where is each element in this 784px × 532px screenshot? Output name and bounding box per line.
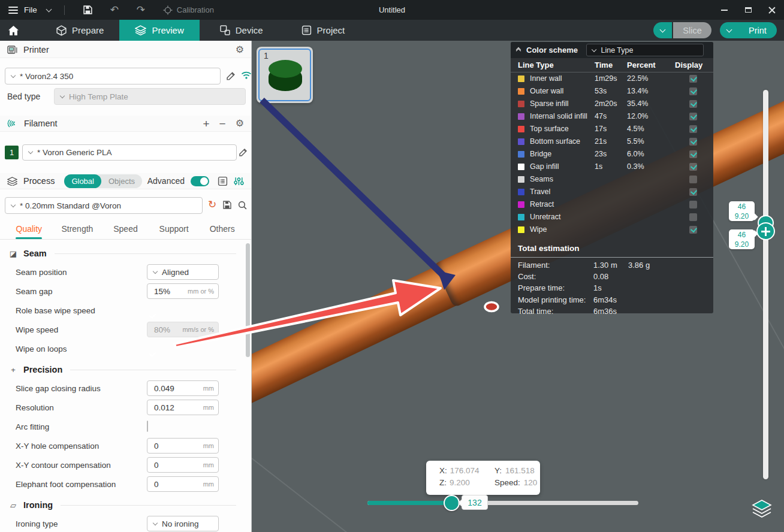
save-preset-icon[interactable] bbox=[222, 200, 232, 210]
slice-button[interactable]: Slice bbox=[673, 22, 711, 38]
param-label: Slice gap closing radius bbox=[16, 384, 101, 393]
display-checkbox[interactable] bbox=[689, 75, 697, 83]
move-slider-thumb[interactable] bbox=[444, 495, 460, 511]
scope-objects-button[interactable]: Objects bbox=[101, 174, 142, 188]
line-type-name: Bridge bbox=[530, 150, 551, 158]
layers-view-button[interactable] bbox=[750, 499, 773, 519]
param-row: Wipe speed80%mm/s or % bbox=[0, 320, 245, 339]
param-input[interactable]: 0mm bbox=[147, 438, 219, 454]
tab-speed[interactable]: Speed bbox=[101, 224, 150, 239]
color-swatch bbox=[518, 176, 524, 183]
add-filament-button[interactable]: + bbox=[203, 118, 209, 129]
display-checkbox[interactable] bbox=[689, 226, 697, 234]
preview-viewport[interactable]: 1 Color scheme Line Type Line Type Time … bbox=[252, 41, 784, 532]
printer-edit-button[interactable] bbox=[226, 71, 236, 81]
tune-parameters-icon[interactable] bbox=[234, 176, 244, 186]
group-header: ▱Ironing bbox=[0, 496, 245, 514]
calibration-button[interactable]: Calibration bbox=[163, 5, 214, 15]
input-value: 0.012 bbox=[154, 403, 203, 412]
save-button[interactable] bbox=[78, 5, 98, 15]
scope-global-button[interactable]: Global bbox=[64, 174, 101, 188]
remove-filament-button[interactable]: − bbox=[219, 118, 226, 129]
param-input[interactable]: 0mm bbox=[147, 457, 219, 473]
line-type-name: Seams bbox=[530, 175, 553, 183]
file-menu[interactable]: File bbox=[24, 5, 37, 14]
tab-project[interactable]: Project bbox=[286, 20, 361, 41]
collapse-panel-icon[interactable] bbox=[517, 48, 520, 53]
tab-preview[interactable]: Preview bbox=[119, 20, 199, 41]
param-input[interactable]: 0.049mm bbox=[147, 380, 219, 396]
param-input[interactable]: 0mm bbox=[147, 476, 219, 492]
tab-device[interactable]: Device bbox=[204, 20, 279, 41]
extrusion-path-left bbox=[252, 263, 462, 414]
display-checkbox[interactable] bbox=[689, 201, 697, 208]
filament-index-badge[interactable]: 1 bbox=[5, 146, 19, 159]
filament-preset-dropdown[interactable]: * Voron Generic PLA bbox=[22, 144, 237, 161]
undo-button[interactable]: ↶ bbox=[104, 5, 125, 15]
param-input[interactable]: 0.012mm bbox=[147, 400, 219, 415]
reset-preset-icon[interactable]: ↻ bbox=[208, 198, 216, 211]
maximize-button[interactable] bbox=[736, 0, 760, 20]
print-dropdown-button[interactable] bbox=[720, 22, 738, 38]
display-checkbox[interactable] bbox=[689, 125, 697, 133]
display-checkbox[interactable] bbox=[689, 188, 697, 196]
project-icon bbox=[301, 25, 312, 35]
printer-settings-gear-icon[interactable]: ⚙ bbox=[236, 45, 244, 55]
tab-others[interactable]: Others bbox=[198, 224, 246, 239]
filament-settings-gear-icon[interactable]: ⚙ bbox=[236, 119, 244, 128]
display-checkbox[interactable] bbox=[689, 213, 697, 221]
line-type-name: Wipe bbox=[530, 225, 547, 234]
tab-support[interactable]: Support bbox=[150, 224, 198, 239]
layer-slider-lower-handle[interactable] bbox=[756, 222, 775, 240]
input-value: 0 bbox=[154, 461, 203, 470]
param-checkbox[interactable] bbox=[147, 421, 148, 432]
param-dropdown[interactable]: Aligned bbox=[147, 264, 219, 280]
color-swatch bbox=[518, 201, 524, 208]
scrollbar-thumb[interactable] bbox=[246, 243, 250, 357]
parameter-list-icon[interactable] bbox=[218, 176, 228, 186]
line-type-name: Bottom surface bbox=[530, 137, 580, 146]
param-dropdown[interactable]: No ironing bbox=[147, 516, 219, 531]
tab-quality[interactable]: Quality bbox=[5, 224, 53, 239]
home-button[interactable] bbox=[0, 20, 26, 41]
display-checkbox[interactable] bbox=[689, 113, 697, 120]
minimize-button[interactable] bbox=[712, 0, 736, 20]
process-preset-dropdown[interactable]: * 0.20mm Standard @Voron bbox=[5, 197, 203, 214]
legend-row: Seams bbox=[511, 173, 713, 186]
printer-connection-wifi-icon[interactable] bbox=[241, 71, 252, 80]
display-checkbox[interactable] bbox=[689, 150, 697, 158]
layer-slider-track[interactable] bbox=[763, 90, 768, 479]
tab-prepare[interactable]: Prepare bbox=[41, 20, 119, 41]
advanced-toggle[interactable] bbox=[191, 176, 209, 186]
param-control: 0mm bbox=[147, 476, 219, 492]
close-button[interactable] bbox=[760, 0, 784, 20]
param-input[interactable]: 15%mm or % bbox=[147, 283, 219, 299]
display-checkbox[interactable] bbox=[689, 87, 697, 95]
seam-icon: ◪ bbox=[8, 249, 18, 258]
display-checkbox[interactable] bbox=[689, 138, 697, 146]
line-type-name: Internal solid infill bbox=[530, 112, 587, 120]
ironing-icon: ▱ bbox=[8, 501, 18, 510]
move-slider-track[interactable]: 132 bbox=[367, 501, 638, 505]
menu-icon[interactable] bbox=[8, 7, 18, 14]
chevron-down-icon[interactable] bbox=[46, 6, 52, 12]
slice-dropdown-button[interactable] bbox=[653, 22, 672, 38]
sidebar-scrollbar[interactable] bbox=[246, 243, 250, 532]
plate-thumbnail[interactable]: 1 bbox=[257, 47, 313, 103]
process-section-header: Process Global Objects Advanced bbox=[0, 173, 251, 189]
redo-button[interactable]: ↷ bbox=[131, 5, 151, 15]
display-checkbox[interactable] bbox=[689, 100, 697, 108]
tab-strength[interactable]: Strength bbox=[53, 224, 102, 239]
process-section-title: Process bbox=[23, 176, 55, 186]
advanced-label: Advanced bbox=[147, 176, 185, 186]
search-icon[interactable] bbox=[237, 200, 248, 210]
display-checkbox[interactable] bbox=[689, 163, 697, 171]
display-checkbox[interactable] bbox=[689, 176, 697, 183]
move-slider-value-badge: 132 bbox=[462, 495, 488, 510]
total-label: Filament: bbox=[518, 261, 550, 270]
view-mode-dropdown[interactable]: Line Type bbox=[586, 44, 704, 56]
print-button[interactable]: Print bbox=[738, 22, 777, 38]
filament-edit-button[interactable] bbox=[239, 147, 248, 157]
printer-preset-dropdown[interactable]: * Voron2.4 350 bbox=[5, 68, 221, 84]
bed-type-dropdown[interactable]: High Temp Plate bbox=[54, 88, 246, 105]
